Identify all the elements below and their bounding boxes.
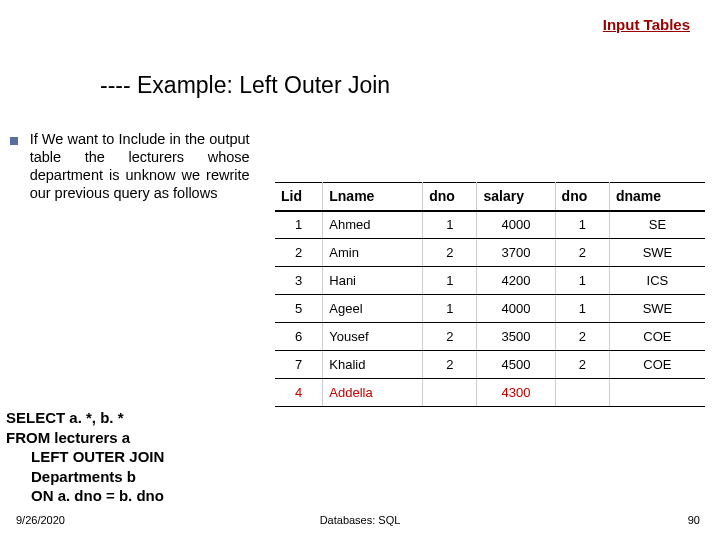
col-lname: Lname bbox=[323, 183, 423, 211]
footer-center: Databases: SQL bbox=[0, 514, 720, 526]
table-cell: Ageel bbox=[323, 295, 423, 323]
table-row: 7Khalid245002COE bbox=[275, 351, 705, 379]
table-cell: 3 bbox=[275, 267, 323, 295]
table-cell: 7 bbox=[275, 351, 323, 379]
table-cell: 3500 bbox=[477, 323, 555, 351]
table-cell bbox=[555, 379, 609, 407]
table-cell: 4300 bbox=[477, 379, 555, 407]
table-cell: 4500 bbox=[477, 351, 555, 379]
bullet-paragraph: If We want to Include in the output tabl… bbox=[10, 130, 265, 203]
table-cell: COE bbox=[609, 351, 705, 379]
table-cell: 1 bbox=[555, 295, 609, 323]
table-cell: 1 bbox=[423, 211, 477, 239]
col-lid: Lid bbox=[275, 183, 323, 211]
table-cell: COE bbox=[609, 323, 705, 351]
table-row: 2Amin237002SWE bbox=[275, 239, 705, 267]
table-cell bbox=[423, 379, 477, 407]
table-row: 3Hani142001ICS bbox=[275, 267, 705, 295]
table-cell: 4200 bbox=[477, 267, 555, 295]
table-row: 6Yousef235002COE bbox=[275, 323, 705, 351]
table-cell: Hani bbox=[323, 267, 423, 295]
table-cell: Khalid bbox=[323, 351, 423, 379]
table-cell: 2 bbox=[423, 351, 477, 379]
slide-title: ---- Example: Left Outer Join bbox=[100, 72, 390, 99]
table-row: 5Ageel140001SWE bbox=[275, 295, 705, 323]
table-cell: 1 bbox=[423, 267, 477, 295]
table-cell: SWE bbox=[609, 295, 705, 323]
table-cell: Addella bbox=[323, 379, 423, 407]
footer-page: 90 bbox=[688, 514, 700, 526]
table-cell: 1 bbox=[275, 211, 323, 239]
table-cell bbox=[609, 379, 705, 407]
table-cell: 4 bbox=[275, 379, 323, 407]
table-cell: 2 bbox=[423, 239, 477, 267]
table-row: 4Addella4300 bbox=[275, 379, 705, 407]
input-tables-link[interactable]: Input Tables bbox=[603, 16, 690, 33]
col-dno2: dno bbox=[555, 183, 609, 211]
sql-code-block: SELECT a. *, b. * FROM lecturers a LEFT … bbox=[6, 408, 164, 506]
table-cell: Ahmed bbox=[323, 211, 423, 239]
table-cell: 1 bbox=[423, 295, 477, 323]
result-table: Lid Lname dno salary dno dname 1Ahmed140… bbox=[275, 182, 705, 407]
table-cell: 5 bbox=[275, 295, 323, 323]
table-header-row: Lid Lname dno salary dno dname bbox=[275, 183, 705, 211]
table-cell: 2 bbox=[555, 323, 609, 351]
table-cell: 6 bbox=[275, 323, 323, 351]
table-cell: Yousef bbox=[323, 323, 423, 351]
col-dname: dname bbox=[609, 183, 705, 211]
table-cell: 4000 bbox=[477, 211, 555, 239]
table-cell: 2 bbox=[423, 323, 477, 351]
table-row: 1Ahmed140001SE bbox=[275, 211, 705, 239]
table-cell: SWE bbox=[609, 239, 705, 267]
bullet-text: If We want to Include in the output tabl… bbox=[30, 130, 250, 203]
result-table-wrap: Lid Lname dno salary dno dname 1Ahmed140… bbox=[275, 182, 705, 407]
bullet-square-icon bbox=[10, 137, 18, 145]
table-cell: 2 bbox=[275, 239, 323, 267]
col-salary: salary bbox=[477, 183, 555, 211]
table-cell: 2 bbox=[555, 239, 609, 267]
col-dno1: dno bbox=[423, 183, 477, 211]
table-cell: 4000 bbox=[477, 295, 555, 323]
table-cell: 2 bbox=[555, 351, 609, 379]
table-cell: 3700 bbox=[477, 239, 555, 267]
table-cell: SE bbox=[609, 211, 705, 239]
table-cell: ICS bbox=[609, 267, 705, 295]
table-cell: 1 bbox=[555, 267, 609, 295]
table-cell: Amin bbox=[323, 239, 423, 267]
table-cell: 1 bbox=[555, 211, 609, 239]
